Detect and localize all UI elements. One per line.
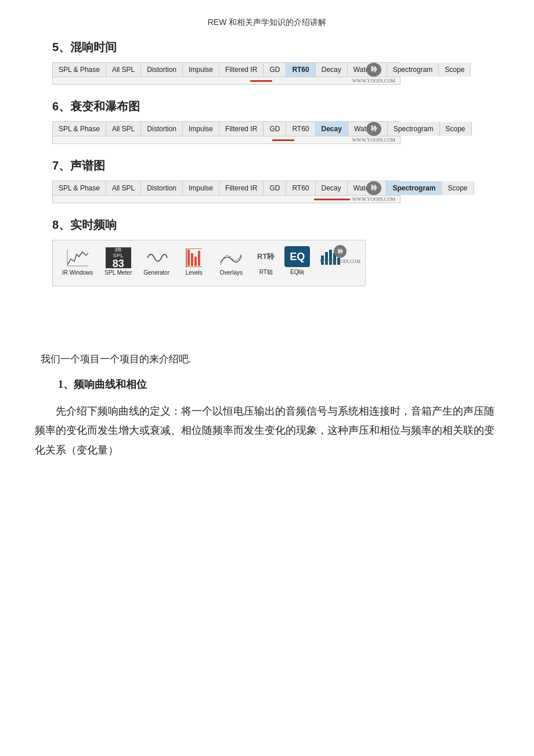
levels-svg — [186, 249, 202, 267]
toolbar-icons-row: IR Windows dB SPL 83 SPL Meter Generator — [62, 246, 356, 276]
tab-rt60-7[interactable]: RT60 — [286, 181, 315, 195]
wm-logo-8: 聆 — [334, 245, 347, 258]
svg-rect-4 — [191, 253, 193, 266]
toolbar-section-8: IR Windows dB SPL 83 SPL Meter Generator — [52, 240, 366, 286]
tab-decay-5[interactable]: Decay — [316, 63, 348, 77]
tab-impulse-7[interactable]: Impulse — [183, 181, 219, 195]
tab-spl-phase-5[interactable]: SPL & Phase — [53, 63, 106, 77]
tab-gd-6[interactable]: GD — [264, 122, 286, 136]
rt-icon: RT聆 — [255, 246, 276, 267]
wm-url-7: WWW.YOOIN.COM — [352, 196, 395, 203]
section-7: 7、声谱图 SPL & Phase All SPL Distortion Imp… — [35, 158, 499, 203]
tab-impulse-6[interactable]: Impulse — [183, 122, 219, 136]
levels-icon — [181, 247, 207, 268]
tab-gd-7[interactable]: GD — [264, 181, 286, 195]
eq-item[interactable]: EQ EQ响 — [284, 246, 310, 276]
tab-scope-6[interactable]: Scope — [440, 122, 472, 136]
tab-decay-indicator-6 — [272, 139, 294, 141]
section-1-heading: 1、频响曲线和相位 — [58, 377, 499, 391]
levels-item[interactable]: Levels — [181, 247, 207, 276]
rt-item[interactable]: RT聆 RT聪 — [255, 246, 276, 276]
spacer — [35, 300, 499, 335]
eq-icon: EQ — [284, 246, 310, 267]
tab-distortion-5[interactable]: Distortion — [141, 63, 183, 77]
generator-icon — [144, 247, 169, 268]
tab-filtered-ir-7[interactable]: Filtered IR — [219, 181, 264, 195]
overlays-icon — [218, 247, 244, 268]
tab-all-spl-5[interactable]: All SPL — [106, 63, 141, 77]
tab-distortion-7[interactable]: Distortion — [141, 181, 183, 195]
generator-label: Generator — [143, 269, 169, 276]
ir-windows-item[interactable]: IR Windows — [62, 247, 93, 276]
section-8-heading: 8、实时频响 — [52, 217, 499, 233]
tab-container-7: SPL & Phase All SPL Distortion Impulse F… — [52, 181, 400, 203]
overlays-svg — [219, 249, 243, 267]
tab-spl-phase-6[interactable]: SPL & Phase — [53, 122, 106, 136]
spl-db-label: dB SPL — [109, 247, 128, 258]
wm-url-6: WWW.YOOIN.COM — [352, 137, 395, 143]
page-title: REW 和相关声学知识的介绍讲解 — [35, 17, 499, 28]
ir-windows-icon — [65, 247, 91, 268]
wm-logo-7: 聆 — [366, 181, 381, 195]
section-5: 5、混响时间 SPL & Phase All SPL Distortion Im… — [35, 39, 499, 85]
tab-container-5: SPL & Phase All SPL Distortion Impulse F… — [52, 62, 400, 85]
tab-decay-7[interactable]: Decay — [316, 181, 348, 195]
section-8: 8、实时频响 IR Windows dB SPL 83 — [35, 217, 499, 286]
tab-spl-phase-7[interactable]: SPL & Phase — [53, 181, 106, 195]
svg-rect-6 — [198, 251, 200, 266]
section-6-heading: 6、衰变和瀑布图 — [52, 99, 499, 114]
tab-scope-5[interactable]: Scope — [439, 63, 471, 77]
wm-logo-5: 聆 — [366, 63, 381, 77]
tab-container-6: SPL & Phase All SPL Distortion Impulse F… — [52, 121, 400, 144]
generator-item[interactable]: Generator — [143, 247, 169, 276]
spl-meter-label: SPL Meter — [104, 269, 132, 276]
levels-label: Levels — [186, 269, 203, 276]
rt-label: RT聪 — [259, 268, 273, 276]
spl-meter-item[interactable]: dB SPL 83 SPL Meter — [104, 247, 132, 276]
tab-decay-6[interactable]: Decay — [316, 122, 348, 136]
intro-line: 我们一个项目一个项目的来介绍吧. — [41, 352, 499, 366]
tab-rt60-5[interactable]: RT60 — [286, 63, 315, 77]
overlays-item[interactable]: Overlays — [218, 247, 244, 276]
ir-windows-label: IR Windows — [62, 269, 93, 276]
wm-logo-6: 聆 — [366, 122, 381, 136]
tab-rt60-6[interactable]: RT60 — [286, 122, 315, 136]
ir-windows-svg — [66, 249, 89, 267]
spl-meter-icon: dB SPL 83 — [106, 247, 131, 268]
tab-all-spl-7[interactable]: All SPL — [106, 181, 141, 195]
tab-distortion-6[interactable]: Distortion — [141, 122, 183, 136]
tab-gd-5[interactable]: GD — [264, 63, 286, 77]
tab-scope-7[interactable]: Scope — [442, 181, 474, 195]
watermark-7: 聆 WWW.YOOIN.COM — [348, 181, 400, 203]
section-6: 6、衰变和瀑布图 SPL & Phase All SPL Distortion … — [35, 99, 499, 144]
paragraph-1: 先介绍下频响曲线的定义：将一个以恒电压输出的音频信号与系统相连接时，音箱产生的声… — [35, 402, 499, 460]
watermark-6: 聆 WWW.YOOIN.COM — [348, 122, 400, 143]
tab-filtered-ir-5[interactable]: Filtered IR — [219, 63, 264, 77]
svg-rect-5 — [194, 257, 197, 266]
section-5-heading: 5、混响时间 — [52, 39, 499, 55]
wm-url-5: WWW.YOOIN.COM — [352, 78, 395, 84]
tab-all-spl-6[interactable]: All SPL — [106, 122, 141, 136]
eq-label: EQ响 — [290, 268, 304, 276]
tab-spectrogram-indicator-7 — [314, 199, 350, 200]
tab-filtered-ir-6[interactable]: Filtered IR — [219, 122, 264, 136]
wm-url-8: WWW.YOOIN.COM — [320, 259, 360, 265]
tab-impulse-5[interactable]: Impulse — [183, 63, 219, 77]
tab-rt60-indicator-5 — [250, 80, 272, 82]
main-content: 我们一个项目一个项目的来介绍吧. 1、频响曲线和相位 先介绍下频响曲线的定义：将… — [35, 352, 499, 460]
section-7-heading: 7、声谱图 — [52, 158, 499, 174]
watermark-5: 聆 WWW.YOOIN.COM — [348, 63, 400, 84]
overlays-label: Overlays — [220, 269, 243, 276]
watermark-8: 聆 WWW.YOOIN.COM — [320, 245, 360, 265]
spl-value: 83 — [113, 258, 124, 269]
generator-svg — [145, 249, 168, 267]
svg-rect-3 — [187, 250, 190, 266]
